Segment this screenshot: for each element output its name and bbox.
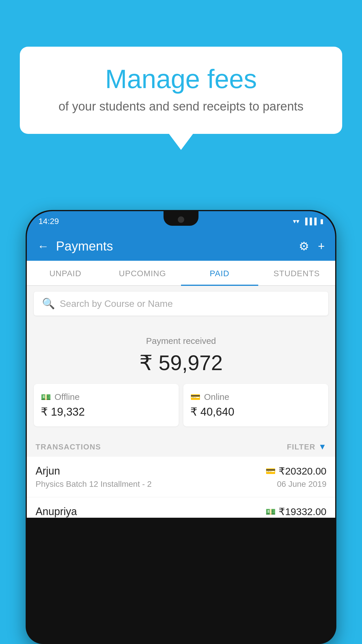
filter-icon: ▼ xyxy=(318,442,326,452)
transactions-header: TRANSACTIONS FILTER ▼ xyxy=(27,435,335,457)
offline-card-row: 💵 Offline xyxy=(41,392,80,402)
transactions-label: TRANSACTIONS xyxy=(36,442,101,452)
status-bar: 14:29 ▾▾ ▐▐▐ ▮ xyxy=(27,211,335,232)
search-input[interactable]: Search by Course or Name xyxy=(60,298,173,309)
cash-payment-icon: 💵 xyxy=(266,507,276,517)
payment-breakdown: 💵 Offline ₹ 19,332 💳 Online ₹ 40,640 xyxy=(34,384,328,426)
card-icon: 💳 xyxy=(190,392,201,402)
speech-bubble-container: Manage fees of your students and send re… xyxy=(20,47,342,134)
transaction-row1-anupriya: Anupriya 💵 ₹19332.00 xyxy=(36,505,326,518)
tab-paid[interactable]: PAID xyxy=(181,261,258,285)
card-payment-icon: 💳 xyxy=(266,466,276,476)
headline: Manage fees xyxy=(43,64,319,94)
status-time: 14:29 xyxy=(38,217,59,226)
payment-summary: Payment received ₹ 59,972 💵 Offline ₹ 19… xyxy=(27,321,335,435)
speech-bubble: Manage fees of your students and send re… xyxy=(20,47,342,134)
online-amount: ₹ 40,640 xyxy=(190,405,234,418)
add-icon[interactable]: + xyxy=(318,240,325,253)
payment-received-label: Payment received xyxy=(34,336,328,346)
app-bar: ← Payments ⚙ + xyxy=(27,232,335,261)
transaction-amount-anupriya: ₹19332.00 xyxy=(279,506,326,517)
filter-container[interactable]: FILTER ▼ xyxy=(287,442,326,452)
filter-label: FILTER xyxy=(287,442,315,452)
transaction-amount-arjun: ₹20320.00 xyxy=(279,465,326,477)
payment-total-amount: ₹ 59,972 xyxy=(34,351,328,375)
offline-payment-card: 💵 Offline ₹ 19,332 xyxy=(34,384,179,426)
transaction-name-arjun: Arjun xyxy=(36,465,60,477)
search-container: 🔍 Search by Course or Name xyxy=(27,286,335,321)
transaction-row1: Arjun 💳 ₹20320.00 xyxy=(36,465,326,477)
online-card-row: 💳 Online xyxy=(190,392,229,402)
transaction-date-arjun: 06 June 2019 xyxy=(277,480,326,489)
offline-label: Offline xyxy=(55,392,80,402)
online-label: Online xyxy=(204,392,229,402)
signal-icon: ▐▐▐ xyxy=(303,218,317,225)
status-icons: ▾▾ ▐▐▐ ▮ xyxy=(293,218,324,225)
transaction-detail-arjun: Physics Batch 12 Installment - 2 xyxy=(36,480,152,489)
online-payment-card: 💳 Online ₹ 40,640 xyxy=(183,384,328,426)
search-icon: 🔍 xyxy=(42,298,55,310)
tabs: UNPAID UPCOMING PAID STUDENTS xyxy=(27,261,335,286)
phone-inner: 14:29 ▾▾ ▐▐▐ ▮ ← Payments ⚙ + UNPAID UPC… xyxy=(27,211,335,643)
transaction-item-anupriya[interactable]: Anupriya 💵 ₹19332.00 xyxy=(27,497,335,518)
back-button[interactable]: ← xyxy=(37,240,49,253)
cash-icon: 💵 xyxy=(41,392,51,402)
app-bar-actions: ⚙ + xyxy=(299,239,325,253)
wifi-icon: ▾▾ xyxy=(293,218,299,225)
settings-icon[interactable]: ⚙ xyxy=(299,239,309,253)
notch xyxy=(164,211,198,226)
camera xyxy=(178,216,184,223)
tab-upcoming[interactable]: UPCOMING xyxy=(104,261,181,285)
transaction-amount-row-anupriya: 💵 ₹19332.00 xyxy=(266,506,326,517)
phone-frame: 14:29 ▾▾ ▐▐▐ ▮ ← Payments ⚙ + UNPAID UPC… xyxy=(26,210,336,644)
transaction-name-anupriya: Anupriya xyxy=(36,505,77,518)
app-bar-title: Payments xyxy=(56,239,292,253)
battery-icon: ▮ xyxy=(320,218,324,225)
offline-amount: ₹ 19,332 xyxy=(41,405,85,418)
transaction-item-arjun[interactable]: Arjun 💳 ₹20320.00 Physics Batch 12 Insta… xyxy=(27,457,335,497)
transaction-row2: Physics Batch 12 Installment - 2 06 June… xyxy=(36,480,326,489)
search-box[interactable]: 🔍 Search by Course or Name xyxy=(34,292,328,316)
tab-unpaid[interactable]: UNPAID xyxy=(27,261,104,285)
tab-students[interactable]: STUDENTS xyxy=(258,261,335,285)
transaction-amount-row: 💳 ₹20320.00 xyxy=(266,465,326,477)
subtext: of your students and send receipts to pa… xyxy=(43,99,319,113)
